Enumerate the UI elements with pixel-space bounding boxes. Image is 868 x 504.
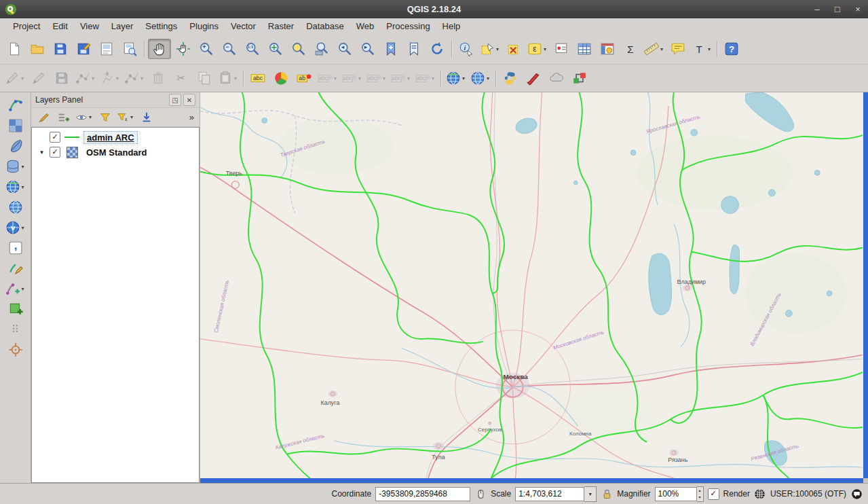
form-annotation-button[interactable] xyxy=(550,39,572,58)
spin-up-icon[interactable]: ▴ xyxy=(697,487,703,494)
open-attribute-table-button[interactable] xyxy=(573,39,595,58)
pin-unpin-labels-dropdown[interactable]: ▾ xyxy=(357,75,362,82)
show-bookmarks-button[interactable] xyxy=(403,39,425,58)
add-wcs-layer-button[interactable] xyxy=(5,198,26,217)
metasearch-dropdown[interactable]: ▾ xyxy=(461,75,466,82)
cloud-plugin-button[interactable] xyxy=(546,69,567,88)
layer-checkbox[interactable]: ✓ xyxy=(50,132,60,143)
zoom-in-button[interactable]: + xyxy=(195,39,217,58)
measure-dropdown[interactable]: ▾ xyxy=(659,46,664,52)
menu-layer[interactable]: Layer xyxy=(105,20,140,33)
pan-map-button[interactable] xyxy=(148,39,171,59)
panel-overflow-button[interactable]: » xyxy=(187,112,197,122)
open-layer-styling-button[interactable] xyxy=(35,109,53,125)
current-edits-dropdown[interactable]: ▾ xyxy=(20,75,25,82)
new-project-button[interactable] xyxy=(3,39,25,58)
menu-raster[interactable]: Raster xyxy=(262,20,300,33)
menu-web[interactable]: Web xyxy=(350,20,381,33)
map-vertical-scrollbar[interactable] xyxy=(863,92,868,478)
map-canvas[interactable]: МоскваТулаКалугаТверьРязаньВладимирСерпу… xyxy=(200,92,863,478)
add-group-button[interactable] xyxy=(54,109,73,125)
refresh-map-button[interactable] xyxy=(426,39,448,58)
node-tool-dropdown[interactable]: ▾ xyxy=(139,75,145,82)
add-delimited-text-layer-button[interactable]: , xyxy=(5,238,26,257)
web-services-dropdown[interactable]: ▾ xyxy=(485,75,491,82)
close-panel-button[interactable]: ✕ xyxy=(183,94,195,106)
crs-globe-icon[interactable] xyxy=(754,488,766,500)
add-wms-layer-button[interactable]: ▾ xyxy=(4,177,27,196)
minimize-button[interactable]: – xyxy=(807,0,827,18)
crs-status-label[interactable]: USER:100065 (OTF) xyxy=(770,489,846,499)
filter-legend-button[interactable] xyxy=(96,109,114,125)
python-console-button[interactable] xyxy=(499,69,521,88)
add-feature-dropdown[interactable]: ▾ xyxy=(90,75,96,82)
new-shapefile-layer-button[interactable] xyxy=(5,259,26,278)
menu-edit[interactable]: Edit xyxy=(46,20,73,33)
rotate-label-dropdown[interactable]: ▾ xyxy=(406,75,411,82)
select-features-dropdown[interactable]: ▾ xyxy=(495,46,500,52)
messages-bubble-icon[interactable] xyxy=(850,488,863,500)
select-features-button[interactable]: ▾ xyxy=(478,39,502,58)
add-wfs-layer-button[interactable]: V▾ xyxy=(4,218,27,237)
float-panel-button[interactable]: ◳ xyxy=(169,94,181,106)
add-virtual-layer-button[interactable]: ▾ xyxy=(4,279,27,298)
add-database-layer-dropdown[interactable]: ▾ xyxy=(20,164,26,170)
web-services-button[interactable]: ▾ xyxy=(469,69,492,88)
select-by-expression-button[interactable]: ε▾ xyxy=(526,39,549,58)
save-project-button[interactable] xyxy=(50,39,71,58)
move-feature-dropdown[interactable]: ▾ xyxy=(115,75,120,82)
expand-all-layers-button[interactable] xyxy=(137,109,155,125)
cad-crosshair-tool-button[interactable] xyxy=(5,340,26,359)
layer-label-osm-standard[interactable]: OSM Standard xyxy=(83,147,150,158)
select-by-expression-dropdown[interactable]: ▾ xyxy=(542,46,548,52)
clean-topology-tool-button[interactable] xyxy=(523,69,544,88)
magnifier-spinner[interactable]: ▴ ▾ xyxy=(697,486,704,502)
layer-label-admin-arc[interactable]: admin ARC xyxy=(83,131,138,144)
deselect-features-button[interactable] xyxy=(503,39,525,58)
coordinate-input[interactable] xyxy=(375,487,470,501)
zoom-native-resolution-button[interactable]: 1:1 xyxy=(242,39,263,58)
measure-button[interactable]: ▾ xyxy=(643,39,666,58)
menu-help[interactable]: Help xyxy=(436,20,467,33)
menu-vector[interactable]: Vector xyxy=(225,20,262,33)
zoom-next-button[interactable]: ▸ xyxy=(357,39,379,58)
add-virtual-layer-dropdown[interactable]: ▾ xyxy=(20,286,26,292)
add-raster-layer-button[interactable] xyxy=(5,116,26,135)
scale-dropdown-button[interactable]: ▾ xyxy=(584,486,597,502)
add-wfs-layer-dropdown[interactable]: ▾ xyxy=(20,225,26,231)
menu-settings[interactable]: Settings xyxy=(139,20,183,33)
menu-plugins[interactable]: Plugins xyxy=(183,20,225,33)
metasearch-button[interactable]: ▾ xyxy=(445,69,468,88)
show-statistics-button[interactable]: Σ xyxy=(620,39,641,58)
new-print-composer-button[interactable] xyxy=(96,39,117,58)
menu-database[interactable]: Database xyxy=(300,20,350,33)
new-bookmark-button[interactable] xyxy=(380,39,402,58)
manage-layer-visibility-button[interactable]: ▾ xyxy=(74,109,94,125)
zoom-to-selection-button[interactable] xyxy=(288,39,309,58)
text-annotation-dropdown[interactable]: ▾ xyxy=(706,46,712,52)
processing-toolbox-button[interactable] xyxy=(569,69,590,88)
composer-manager-button[interactable] xyxy=(119,39,140,58)
show-hide-labels-dropdown[interactable]: ▾ xyxy=(333,75,338,82)
map-horizontal-scrollbar[interactable] xyxy=(200,478,863,483)
zoom-last-button[interactable]: ◂ xyxy=(334,39,356,58)
new-geopackage-layer-button[interactable] xyxy=(5,300,26,319)
menu-view[interactable]: View xyxy=(74,20,105,33)
filter-legend-by-expression-dropdown[interactable]: ▾ xyxy=(129,114,134,120)
add-vector-layer-button[interactable] xyxy=(5,96,26,115)
add-database-layer-button[interactable]: ▾ xyxy=(4,157,27,176)
pan-to-selection-button[interactable] xyxy=(172,39,194,58)
zoom-to-layer-button[interactable] xyxy=(311,39,333,58)
layer-expander[interactable]: ▼ xyxy=(37,149,46,156)
move-label-dropdown[interactable]: ▾ xyxy=(381,75,387,82)
maximize-button[interactable]: □ xyxy=(827,0,848,18)
layer-labeling-options-button[interactable]: abc xyxy=(247,69,269,88)
map-tips-button[interactable] xyxy=(667,39,689,58)
close-button[interactable]: × xyxy=(848,0,868,18)
menu-processing[interactable]: Processing xyxy=(380,20,436,33)
layer-checkbox[interactable]: ✓ xyxy=(50,147,60,158)
zoom-out-button[interactable]: − xyxy=(219,39,240,58)
add-spatialite-layer-button[interactable] xyxy=(5,137,26,156)
open-project-button[interactable] xyxy=(26,39,48,58)
layer-diagram-options-button[interactable] xyxy=(270,69,292,88)
